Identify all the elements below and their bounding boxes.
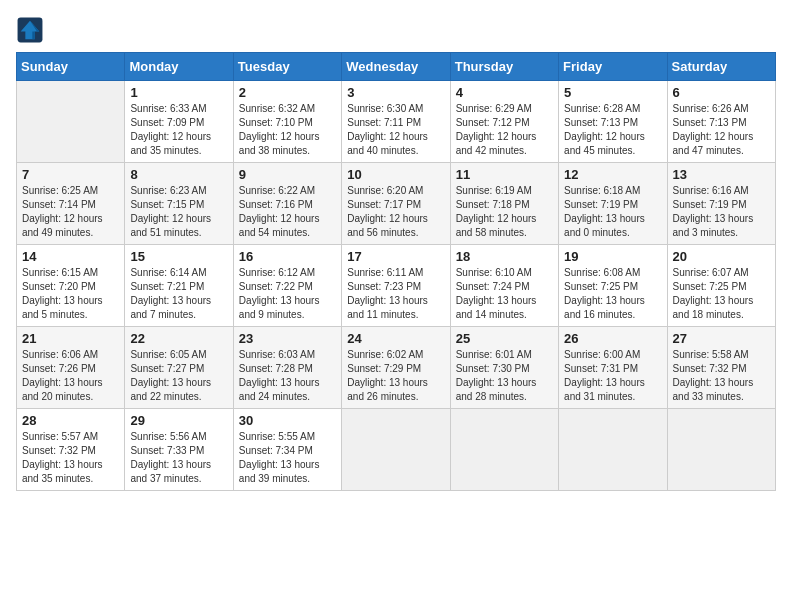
day-number: 22 [130,331,227,346]
calendar-cell: 26Sunrise: 6:00 AMSunset: 7:31 PMDayligh… [559,327,667,409]
cell-sun-info: Sunrise: 5:58 AMSunset: 7:32 PMDaylight:… [673,348,770,404]
calendar-cell: 22Sunrise: 6:05 AMSunset: 7:27 PMDayligh… [125,327,233,409]
day-number: 1 [130,85,227,100]
calendar-cell [450,409,558,491]
calendar-week-row: 14Sunrise: 6:15 AMSunset: 7:20 PMDayligh… [17,245,776,327]
day-number: 11 [456,167,553,182]
cell-sun-info: Sunrise: 6:23 AMSunset: 7:15 PMDaylight:… [130,184,227,240]
day-number: 20 [673,249,770,264]
calendar-cell: 1Sunrise: 6:33 AMSunset: 7:09 PMDaylight… [125,81,233,163]
calendar-table: SundayMondayTuesdayWednesdayThursdayFrid… [16,52,776,491]
cell-sun-info: Sunrise: 5:57 AMSunset: 7:32 PMDaylight:… [22,430,119,486]
cell-sun-info: Sunrise: 6:11 AMSunset: 7:23 PMDaylight:… [347,266,444,322]
calendar-cell: 23Sunrise: 6:03 AMSunset: 7:28 PMDayligh… [233,327,341,409]
cell-sun-info: Sunrise: 6:07 AMSunset: 7:25 PMDaylight:… [673,266,770,322]
cell-sun-info: Sunrise: 6:29 AMSunset: 7:12 PMDaylight:… [456,102,553,158]
calendar-cell: 11Sunrise: 6:19 AMSunset: 7:18 PMDayligh… [450,163,558,245]
day-number: 10 [347,167,444,182]
day-number: 24 [347,331,444,346]
day-number: 27 [673,331,770,346]
cell-sun-info: Sunrise: 6:15 AMSunset: 7:20 PMDaylight:… [22,266,119,322]
cell-sun-info: Sunrise: 6:01 AMSunset: 7:30 PMDaylight:… [456,348,553,404]
cell-sun-info: Sunrise: 6:28 AMSunset: 7:13 PMDaylight:… [564,102,661,158]
calendar-week-row: 28Sunrise: 5:57 AMSunset: 7:32 PMDayligh… [17,409,776,491]
cell-sun-info: Sunrise: 6:32 AMSunset: 7:10 PMDaylight:… [239,102,336,158]
calendar-cell: 12Sunrise: 6:18 AMSunset: 7:19 PMDayligh… [559,163,667,245]
cell-sun-info: Sunrise: 6:12 AMSunset: 7:22 PMDaylight:… [239,266,336,322]
calendar-cell: 15Sunrise: 6:14 AMSunset: 7:21 PMDayligh… [125,245,233,327]
day-number: 21 [22,331,119,346]
calendar-cell: 7Sunrise: 6:25 AMSunset: 7:14 PMDaylight… [17,163,125,245]
day-number: 3 [347,85,444,100]
cell-sun-info: Sunrise: 6:02 AMSunset: 7:29 PMDaylight:… [347,348,444,404]
calendar-cell: 29Sunrise: 5:56 AMSunset: 7:33 PMDayligh… [125,409,233,491]
calendar-cell: 8Sunrise: 6:23 AMSunset: 7:15 PMDaylight… [125,163,233,245]
day-number: 7 [22,167,119,182]
calendar-cell [342,409,450,491]
calendar-week-row: 21Sunrise: 6:06 AMSunset: 7:26 PMDayligh… [17,327,776,409]
cell-sun-info: Sunrise: 6:18 AMSunset: 7:19 PMDaylight:… [564,184,661,240]
weekday-header-wednesday: Wednesday [342,53,450,81]
day-number: 25 [456,331,553,346]
day-number: 2 [239,85,336,100]
cell-sun-info: Sunrise: 6:05 AMSunset: 7:27 PMDaylight:… [130,348,227,404]
cell-sun-info: Sunrise: 6:08 AMSunset: 7:25 PMDaylight:… [564,266,661,322]
cell-sun-info: Sunrise: 6:03 AMSunset: 7:28 PMDaylight:… [239,348,336,404]
day-number: 23 [239,331,336,346]
calendar-cell: 4Sunrise: 6:29 AMSunset: 7:12 PMDaylight… [450,81,558,163]
day-number: 29 [130,413,227,428]
cell-sun-info: Sunrise: 6:33 AMSunset: 7:09 PMDaylight:… [130,102,227,158]
calendar-cell: 17Sunrise: 6:11 AMSunset: 7:23 PMDayligh… [342,245,450,327]
calendar-cell: 9Sunrise: 6:22 AMSunset: 7:16 PMDaylight… [233,163,341,245]
weekday-header-row: SundayMondayTuesdayWednesdayThursdayFrid… [17,53,776,81]
calendar-cell: 18Sunrise: 6:10 AMSunset: 7:24 PMDayligh… [450,245,558,327]
weekday-header-thursday: Thursday [450,53,558,81]
cell-sun-info: Sunrise: 6:19 AMSunset: 7:18 PMDaylight:… [456,184,553,240]
cell-sun-info: Sunrise: 6:30 AMSunset: 7:11 PMDaylight:… [347,102,444,158]
calendar-cell: 5Sunrise: 6:28 AMSunset: 7:13 PMDaylight… [559,81,667,163]
calendar-cell: 10Sunrise: 6:20 AMSunset: 7:17 PMDayligh… [342,163,450,245]
cell-sun-info: Sunrise: 6:20 AMSunset: 7:17 PMDaylight:… [347,184,444,240]
day-number: 30 [239,413,336,428]
calendar-cell: 3Sunrise: 6:30 AMSunset: 7:11 PMDaylight… [342,81,450,163]
day-number: 12 [564,167,661,182]
weekday-header-monday: Monday [125,53,233,81]
day-number: 18 [456,249,553,264]
day-number: 4 [456,85,553,100]
calendar-week-row: 1Sunrise: 6:33 AMSunset: 7:09 PMDaylight… [17,81,776,163]
calendar-week-row: 7Sunrise: 6:25 AMSunset: 7:14 PMDaylight… [17,163,776,245]
calendar-cell: 30Sunrise: 5:55 AMSunset: 7:34 PMDayligh… [233,409,341,491]
day-number: 28 [22,413,119,428]
day-number: 9 [239,167,336,182]
calendar-cell: 2Sunrise: 6:32 AMSunset: 7:10 PMDaylight… [233,81,341,163]
cell-sun-info: Sunrise: 6:06 AMSunset: 7:26 PMDaylight:… [22,348,119,404]
day-number: 5 [564,85,661,100]
cell-sun-info: Sunrise: 5:55 AMSunset: 7:34 PMDaylight:… [239,430,336,486]
calendar-cell: 16Sunrise: 6:12 AMSunset: 7:22 PMDayligh… [233,245,341,327]
cell-sun-info: Sunrise: 6:14 AMSunset: 7:21 PMDaylight:… [130,266,227,322]
cell-sun-info: Sunrise: 6:22 AMSunset: 7:16 PMDaylight:… [239,184,336,240]
weekday-header-saturday: Saturday [667,53,775,81]
day-number: 6 [673,85,770,100]
calendar-cell: 28Sunrise: 5:57 AMSunset: 7:32 PMDayligh… [17,409,125,491]
day-number: 17 [347,249,444,264]
cell-sun-info: Sunrise: 6:25 AMSunset: 7:14 PMDaylight:… [22,184,119,240]
calendar-cell: 24Sunrise: 6:02 AMSunset: 7:29 PMDayligh… [342,327,450,409]
calendar-cell: 6Sunrise: 6:26 AMSunset: 7:13 PMDaylight… [667,81,775,163]
day-number: 19 [564,249,661,264]
logo-icon [16,16,44,44]
calendar-cell: 20Sunrise: 6:07 AMSunset: 7:25 PMDayligh… [667,245,775,327]
cell-sun-info: Sunrise: 5:56 AMSunset: 7:33 PMDaylight:… [130,430,227,486]
calendar-cell [667,409,775,491]
calendar-cell [559,409,667,491]
day-number: 14 [22,249,119,264]
calendar-cell: 19Sunrise: 6:08 AMSunset: 7:25 PMDayligh… [559,245,667,327]
day-number: 8 [130,167,227,182]
calendar-cell: 14Sunrise: 6:15 AMSunset: 7:20 PMDayligh… [17,245,125,327]
calendar-cell: 21Sunrise: 6:06 AMSunset: 7:26 PMDayligh… [17,327,125,409]
day-number: 26 [564,331,661,346]
weekday-header-sunday: Sunday [17,53,125,81]
calendar-cell: 13Sunrise: 6:16 AMSunset: 7:19 PMDayligh… [667,163,775,245]
logo [16,16,48,44]
weekday-header-friday: Friday [559,53,667,81]
